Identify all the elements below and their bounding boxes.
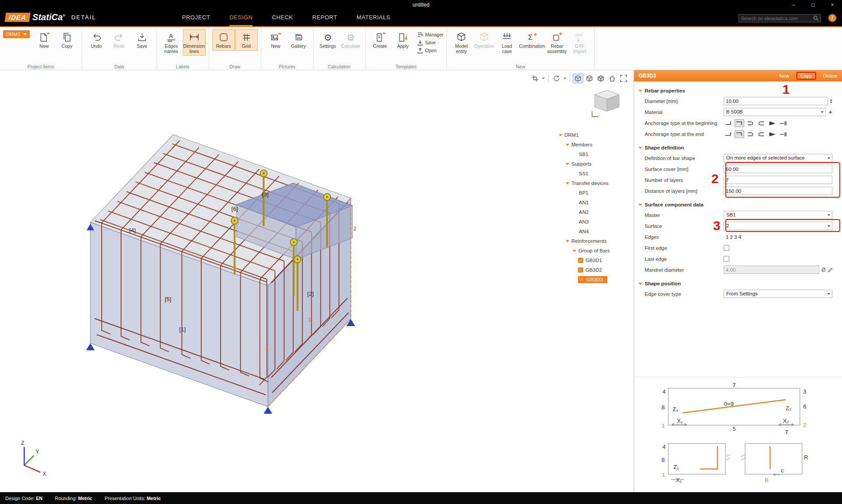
menu-check[interactable]: CHECK (272, 10, 293, 26)
template-manager-button[interactable]: Manager (417, 32, 443, 38)
section-shape-definition[interactable]: Shape definition (634, 143, 842, 153)
solid-view-button[interactable] (584, 74, 595, 83)
tree-item-gb3d1[interactable]: ✓GB3D1 (558, 256, 633, 265)
last-edge-checkbox[interactable] (724, 256, 729, 262)
edges-value[interactable]: 1 2 3 4 (724, 234, 741, 240)
chevron-down-icon[interactable] (566, 163, 569, 165)
menu-design[interactable]: DESIGN (229, 10, 253, 26)
menu-project[interactable]: PROJECT (182, 10, 210, 26)
chevron-down-icon[interactable] (566, 144, 569, 146)
chevron-down-icon[interactable] (566, 182, 569, 185)
template-create-button[interactable]: Create (369, 29, 392, 51)
checkbox[interactable]: ✓ (579, 277, 584, 282)
wireframe-view-button[interactable] (573, 74, 583, 83)
tree-item-transfer-devices[interactable]: Transfer devices (558, 178, 633, 188)
section-rebar-properties[interactable]: Rebar properties (634, 86, 842, 96)
tree-item-bp1[interactable]: BP1 (558, 188, 633, 198)
number-of-layers-input[interactable] (724, 176, 832, 184)
tree-item-group-of-bars[interactable]: Group of Bars (558, 246, 633, 256)
tree-item-an1[interactable]: AN1 (558, 198, 633, 207)
section-surface-component[interactable]: Surface component data (634, 200, 842, 209)
edge-cover-select[interactable]: From Settings (724, 290, 832, 298)
mandrel-input[interactable] (724, 266, 819, 274)
spinner[interactable] (830, 99, 832, 103)
close-icon[interactable]: × (823, 0, 842, 10)
info-icon[interactable]: i (828, 14, 836, 22)
tree-item-an2[interactable]: AN2 (558, 207, 633, 217)
anchorage-plate-icon[interactable] (778, 119, 788, 127)
pencil-icon[interactable] (828, 267, 833, 273)
chevron-down-icon[interactable] (542, 78, 545, 79)
crop-view-button[interactable] (530, 74, 540, 83)
material-select[interactable]: B 500B (724, 108, 826, 116)
rebar-assembly-button[interactable]: Rebar assembly (546, 29, 568, 56)
model-entity-button[interactable]: Model entity (450, 29, 473, 56)
anchorage-welded-icon[interactable] (767, 119, 777, 127)
section-shape-position[interactable]: Shape position (634, 279, 842, 288)
anchorage-welded-icon[interactable] (767, 130, 777, 138)
search-box[interactable] (739, 14, 821, 22)
settings-button[interactable]: ⚙ Settings (317, 29, 339, 51)
distance-of-layers-input[interactable] (724, 187, 832, 195)
bar-shape-select[interactable]: On more edges of selected surface (724, 154, 832, 162)
copy-item-button[interactable]: Copy (56, 29, 78, 51)
gallery-button[interactable]: Gallery (287, 29, 310, 51)
chevron-down-icon[interactable] (573, 250, 576, 252)
anchorage-straight-icon[interactable] (724, 119, 733, 127)
checkbox[interactable]: ✓ (578, 258, 583, 263)
dxf-import-button[interactable]: DXF DXF Import (568, 29, 591, 56)
diameter-input[interactable] (724, 97, 828, 105)
redo-button[interactable]: Redo (108, 29, 131, 51)
tree-item-gb3d3[interactable]: ✓GB3D3 (558, 275, 633, 284)
navigation-cube[interactable] (589, 88, 625, 120)
save-button[interactable]: Save (131, 29, 153, 51)
rotate-view-button[interactable] (551, 74, 562, 83)
fullscreen-button[interactable] (618, 74, 629, 83)
grid-button[interactable]: Grid (235, 29, 258, 51)
tree-item-reinforcements[interactable]: Reinforcements (558, 236, 633, 246)
combination-button[interactable]: Σ Combination (518, 29, 546, 51)
menu-report[interactable]: REPORT (312, 10, 337, 26)
tree-item-drm1[interactable]: DRM1 (558, 130, 633, 140)
anchorage-hook-icon[interactable] (735, 119, 744, 127)
new-item-button[interactable]: New (33, 29, 56, 51)
operation-button[interactable]: Operation (473, 29, 496, 51)
tree-item-members[interactable]: Members (558, 140, 633, 149)
template-save-button[interactable]: Save (417, 39, 443, 46)
maximize-icon[interactable]: □ (803, 0, 823, 10)
search-input[interactable] (739, 16, 813, 21)
tree-item-sb1[interactable]: SB1 (558, 149, 633, 159)
master-select[interactable]: SB1 (724, 211, 832, 219)
undo-button[interactable]: Undo (85, 29, 108, 51)
3d-scene[interactable]: [4] [6] [3] [5] [1] [2] 2 1 4 X Y (0, 70, 633, 492)
add-material-button[interactable]: + (828, 108, 832, 116)
home-view-button[interactable] (607, 74, 617, 83)
edges-names-button[interactable]: A Edges names (160, 29, 183, 56)
template-open-button[interactable]: Open (417, 47, 443, 53)
new-group-button[interactable]: New (779, 73, 789, 78)
rebars-button[interactable]: Rebars (212, 29, 235, 51)
anchorage-loop-icon[interactable] (746, 130, 755, 138)
first-edge-checkbox[interactable] (724, 245, 729, 251)
tree-item-an3[interactable]: AN3 (558, 217, 633, 227)
surface-select[interactable]: 2 (724, 222, 832, 230)
surface-cover-input[interactable] (724, 165, 832, 173)
chevron-down-icon[interactable] (559, 134, 562, 136)
chevron-down-icon[interactable] (564, 78, 566, 79)
shaded-view-button[interactable] (596, 74, 606, 83)
dimension-lines-button[interactable]: Dimension lines (183, 29, 206, 56)
tree-item-supports[interactable]: Supports (558, 159, 633, 169)
calculate-button[interactable]: ⚙ Calculate (339, 29, 362, 51)
anchorage-ubend-icon[interactable] (756, 119, 766, 127)
template-apply-button[interactable]: Apply (392, 29, 414, 51)
copy-group-button[interactable]: Copy (800, 73, 812, 78)
checkbox[interactable]: ✓ (578, 267, 583, 273)
tree-item-gb3d2[interactable]: ✓GB3D2 (558, 265, 633, 275)
anchorage-loop-icon[interactable] (746, 119, 755, 127)
minimize-icon[interactable]: – (784, 0, 803, 10)
load-case-button[interactable]: Load case (496, 29, 518, 56)
picture-new-button[interactable]: New (264, 29, 287, 51)
chevron-down-icon[interactable] (566, 240, 569, 242)
menu-materials[interactable]: MATERIALS (357, 10, 390, 26)
delete-group-button[interactable]: Delete (823, 73, 838, 78)
